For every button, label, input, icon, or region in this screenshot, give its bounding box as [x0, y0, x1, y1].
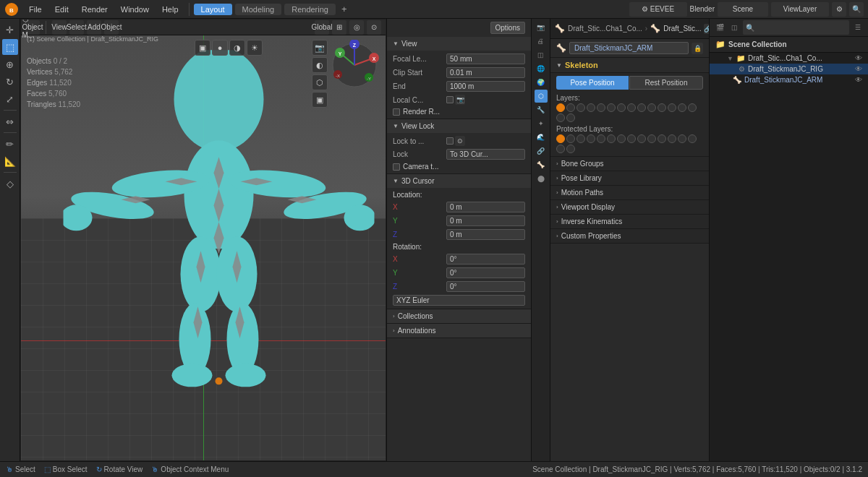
local-cam-checkbox[interactable]	[446, 96, 454, 103]
add-workspace-button[interactable]: +	[339, 4, 350, 14]
layer-dot-10[interactable]	[658, 103, 666, 112]
menu-window[interactable]: Window	[115, 4, 155, 15]
player-dot-8[interactable]	[637, 134, 646, 143]
layer-dot-12[interactable]	[678, 103, 686, 112]
tab-constraints-icon[interactable]: 🔗	[535, 145, 548, 158]
cursor-z-value[interactable]: 0 m	[446, 229, 525, 240]
rest-position-button[interactable]: Rest Position	[629, 76, 703, 90]
tool-move[interactable]: ⊕	[2, 56, 18, 72]
layer-dot-4[interactable]	[597, 103, 605, 112]
scene-selector[interactable]: Scene	[718, 2, 768, 17]
arm-lock-icon[interactable]: 🔒	[692, 43, 703, 54]
layer-dot-15[interactable]	[566, 113, 575, 122]
player-dot-6[interactable]	[617, 134, 626, 143]
overlay-icon[interactable]: ⬡	[312, 74, 328, 90]
tree-item-1[interactable]: ⚙ Draft_StickmanJC_RIG 👁	[710, 64, 868, 74]
viewlayer-selector[interactable]: ViewLayer	[771, 2, 829, 17]
player-dot-2[interactable]	[576, 134, 585, 143]
render-r-checkbox[interactable]	[393, 108, 400, 116]
engine-selector[interactable]: ⚙ EEVEE	[629, 2, 687, 17]
viewport-mode-object[interactable]: ⬡ Object M...	[25, 20, 40, 35]
player-dot-14[interactable]	[556, 145, 565, 153]
tool-cursor[interactable]: ✛	[2, 22, 18, 38]
clip-end-value[interactable]: 1000 m	[446, 81, 525, 92]
transform-pivot-icon[interactable]: ⊙	[367, 20, 381, 35]
workspace-tab-modeling[interactable]: Modeling	[235, 4, 282, 15]
workspace-tab-rendering[interactable]: Rendering	[284, 4, 336, 15]
player-dot-3[interactable]	[587, 134, 595, 143]
tab-particles-icon[interactable]: ✦	[535, 117, 548, 130]
menu-render[interactable]: Render	[76, 4, 114, 15]
xray-icon[interactable]: ▣	[312, 92, 328, 108]
global-transform-selector[interactable]: Global	[315, 20, 329, 35]
tab-output-icon[interactable]: 🖨	[535, 35, 548, 48]
tree-arm-item[interactable]: 🦴 Draft_StickmanJC_ARM 👁	[710, 74, 868, 85]
tree-item-0-vis[interactable]: 👁	[855, 54, 862, 62]
local-cam-picker[interactable]: 📷	[455, 95, 465, 105]
player-dot-0[interactable]	[556, 134, 565, 143]
custom-properties-header[interactable]: › Custom Properties	[550, 229, 709, 243]
options-button[interactable]: Options	[490, 22, 525, 34]
player-dot-4[interactable]	[597, 134, 605, 143]
layer-dot-5[interactable]	[607, 103, 616, 112]
focal-length-value[interactable]: 50 mm	[446, 53, 525, 64]
clip-start-value[interactable]: 0.01 m	[446, 67, 525, 78]
viewport-3d[interactable]: User Perspective (1) Scene Collection | …	[20, 19, 386, 461]
tab-world-icon[interactable]: 🌍	[535, 76, 548, 89]
layer-dot-14[interactable]	[556, 113, 565, 122]
player-dot-11[interactable]	[668, 134, 676, 143]
tab-view-layer-icon[interactable]: ◫	[535, 48, 548, 61]
player-dot-12[interactable]	[678, 134, 686, 143]
layer-dot-3[interactable]	[587, 103, 595, 112]
pose-position-button[interactable]: Pose Position	[556, 76, 629, 90]
layer-dot-0[interactable]	[556, 103, 565, 112]
settings-icon[interactable]: ⚙	[832, 2, 846, 17]
collections-header[interactable]: › Collections	[387, 309, 531, 323]
player-dot-15[interactable]	[566, 145, 575, 153]
player-dot-1[interactable]	[566, 134, 575, 143]
layer-dot-1[interactable]	[566, 103, 575, 112]
cursor-ry-value[interactable]: 0°	[446, 267, 525, 278]
view-section-header[interactable]: ▼ View	[387, 37, 531, 51]
shading-material[interactable]: ◑	[229, 40, 245, 56]
menu-file[interactable]: File	[23, 4, 48, 15]
lock-value[interactable]: To 3D Cur...	[446, 149, 525, 160]
tab-modifier-icon[interactable]: 🔧	[535, 103, 548, 116]
shading-wire[interactable]: ▣	[195, 40, 210, 56]
tab-render-icon[interactable]: 📷	[535, 21, 548, 34]
outliner-icon-scenes[interactable]: 🎬	[714, 22, 726, 33]
layer-dot-13[interactable]	[688, 103, 697, 112]
snap-icon[interactable]: ⊞	[332, 20, 346, 35]
cursor-y-value[interactable]: 0 m	[446, 215, 525, 226]
cursor-rz-value[interactable]: 0°	[446, 281, 525, 292]
player-dot-13[interactable]	[688, 134, 697, 143]
inverse-kinematics-header[interactable]: › Inverse Kinematics	[550, 215, 709, 228]
tool-rotate[interactable]: ↻	[2, 74, 18, 90]
tree-item-1-vis[interactable]: 👁	[855, 65, 862, 73]
cursor-x-value[interactable]: 0 m	[446, 202, 525, 212]
camera-persp-icon[interactable]: 📷	[312, 40, 328, 56]
shading-icon[interactable]: ◐	[312, 57, 328, 73]
viewport-view-menu[interactable]: View	[52, 20, 67, 35]
shading-solid[interactable]: ●	[212, 40, 228, 56]
cursor-section-header[interactable]: ▼ 3D Cursor	[387, 174, 531, 188]
layer-dot-11[interactable]	[668, 103, 676, 112]
outliner-filter-icon[interactable]: ☰	[852, 22, 864, 33]
viewport-object-menu[interactable]: Object	[104, 20, 119, 35]
lock-to-checkbox[interactable]	[446, 137, 454, 145]
layer-dot-2[interactable]	[576, 103, 585, 112]
layer-dot-8[interactable]	[637, 103, 646, 112]
player-dot-9[interactable]	[647, 134, 656, 143]
tab-physics-icon[interactable]: 🌊	[535, 131, 548, 144]
shading-rendered[interactable]: ☀	[247, 40, 263, 56]
lock-to-icon[interactable]: ⊙	[455, 136, 465, 146]
player-dot-10[interactable]	[658, 134, 666, 143]
tool-annotate[interactable]: ✏	[2, 136, 18, 152]
navigation-gizmo[interactable]: X Y Z -X -Y	[329, 40, 380, 90]
viewport-select-menu[interactable]: Select	[69, 20, 84, 35]
arm-name-field[interactable]: Draft_StickmanJC_ARM	[569, 42, 689, 54]
rotation-mode-value[interactable]: XYZ Euler	[393, 295, 525, 306]
menu-help[interactable]: Help	[156, 4, 184, 15]
workspace-tab-layout[interactable]: Layout	[194, 4, 232, 15]
motion-paths-header[interactable]: › Motion Paths	[550, 186, 709, 199]
